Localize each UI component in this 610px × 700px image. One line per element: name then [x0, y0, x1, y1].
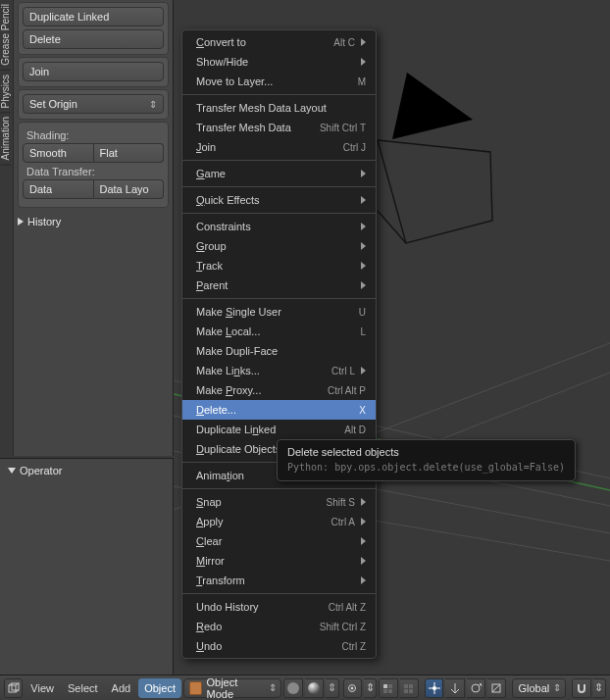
shading-wire-button[interactable]	[283, 678, 302, 698]
side-tab-strip: Grease Pencil Physics Animation	[0, 0, 14, 456]
menu-item-duplicate-linked[interactable]: Duplicate LinkedAlt D	[182, 420, 376, 439]
manipulator-rotate[interactable]	[467, 678, 485, 698]
menu-item-transform[interactable]: Transform	[182, 571, 376, 590]
menu-item-shortcut: Alt D	[344, 425, 366, 435]
snap-toggle[interactable]	[572, 678, 590, 698]
menu-item-label: Join	[196, 141, 343, 153]
menu-item-make-proxy[interactable]: Make Proxy...Ctrl Alt P	[182, 380, 376, 400]
side-tab-animation[interactable]: Animation	[0, 113, 11, 165]
menu-item-shortcut: Shift Ctrl Z	[320, 622, 366, 632]
menu-item-label: Quick Effects	[196, 194, 355, 206]
delete-button[interactable]: Delete	[23, 29, 164, 49]
menu-item-redo[interactable]: RedoShift Ctrl Z	[182, 617, 376, 636]
menu-item-constraints[interactable]: Constraints	[182, 217, 376, 236]
manipulator-translate[interactable]	[445, 678, 464, 698]
menu-item-label: Convert to	[196, 36, 333, 48]
manipulator-scale[interactable]	[487, 678, 506, 698]
menu-item-label: Undo	[196, 640, 342, 652]
tooltip: Delete selected objects Python: bpy.ops.…	[277, 439, 576, 481]
history-panel-header[interactable]: History	[18, 216, 169, 227]
svg-marker-8	[392, 73, 473, 139]
menu-item-label: Delete...	[196, 404, 359, 416]
svg-point-26	[432, 686, 436, 690]
menu-item-transfer-mesh-data-layout[interactable]: Transfer Mesh Data Layout	[182, 98, 376, 118]
scale-icon	[489, 681, 503, 695]
menu-item-transfer-mesh-data[interactable]: Transfer Mesh DataShift Ctrl T	[182, 118, 376, 137]
menu-item-parent[interactable]: Parent	[182, 275, 376, 295]
menu-item-shortcut: Alt C	[333, 37, 355, 48]
object-mode-icon	[189, 681, 203, 695]
svg-rect-21	[409, 684, 413, 688]
tooltip-python: Python: bpy.ops.object.delete(use_global…	[287, 462, 565, 473]
orientation-combo[interactable]: Global	[512, 678, 566, 698]
menu-item-label: Undo History	[196, 601, 329, 613]
submenu-arrow-icon	[361, 196, 366, 204]
menu-item-track[interactable]: Track	[182, 256, 376, 275]
shading-solid-button[interactable]	[305, 678, 324, 698]
side-tab-physics[interactable]: Physics	[0, 71, 11, 113]
menu-item-quick-effects[interactable]: Quick Effects	[182, 190, 376, 210]
shading-smooth-button[interactable]: Smooth	[23, 143, 94, 163]
menu-item-show-hide[interactable]: Show/Hide	[182, 52, 376, 72]
header-view-menu[interactable]: View	[25, 678, 60, 698]
header-select-menu[interactable]: Select	[62, 678, 104, 698]
menu-item-label: Duplicate Linked	[196, 424, 344, 435]
menu-item-undo[interactable]: UndoCtrl Z	[182, 636, 376, 656]
layer-button-2[interactable]	[400, 678, 419, 698]
menu-item-label: Snap	[196, 496, 327, 508]
menu-item-make-links[interactable]: Make Links...Ctrl L	[182, 361, 376, 380]
menu-item-label: Make Links...	[196, 365, 331, 376]
editor-type-combo[interactable]	[4, 678, 23, 698]
menu-item-snap[interactable]: SnapShift S	[182, 492, 376, 512]
snap-combo[interactable]: ⇕	[593, 678, 607, 698]
menu-item-undo-history[interactable]: Undo HistoryCtrl Alt Z	[182, 597, 376, 617]
data-transfer-data-button[interactable]: Data	[23, 179, 94, 199]
menu-item-game[interactable]: Game	[182, 164, 376, 183]
menu-item-make-dupli-face[interactable]: Make Dupli-Face	[182, 341, 376, 361]
menu-item-shortcut: Shift S	[327, 497, 355, 508]
menu-item-convert-to[interactable]: Convert toAlt C	[182, 32, 376, 52]
svg-rect-17	[388, 684, 392, 688]
menu-item-move-to-layer[interactable]: Move to Layer...M	[182, 72, 376, 91]
menu-item-make-single-user[interactable]: Make Single UserU	[182, 302, 376, 322]
side-tab-grease-pencil[interactable]: Grease Pencil	[0, 0, 11, 71]
shading-flat-button[interactable]: Flat	[94, 143, 165, 163]
menu-item-delete[interactable]: Delete...X	[182, 400, 376, 420]
menu-item-shortcut: Ctrl L	[331, 366, 355, 376]
menu-item-group[interactable]: Group	[182, 236, 376, 256]
menu-item-apply[interactable]: ApplyCtrl A	[182, 512, 376, 531]
menu-item-mirror[interactable]: Mirror	[182, 551, 376, 571]
mode-combo[interactable]: Object Mode	[183, 678, 281, 698]
header-object-menu[interactable]: Object	[138, 678, 181, 698]
menu-item-shortcut: U	[359, 307, 366, 318]
magnet-icon	[575, 681, 588, 695]
menu-item-make-local[interactable]: Make Local...L	[182, 322, 376, 341]
menu-item-join[interactable]: JoinCtrl J	[182, 137, 376, 157]
menu-item-shortcut: Ctrl A	[331, 517, 355, 527]
menu-separator	[182, 94, 376, 95]
menu-item-shortcut: Ctrl Alt P	[328, 385, 366, 396]
data-transfer-layout-button[interactable]: Data Layo	[94, 179, 165, 199]
pivot-menu-button[interactable]: ⇕	[364, 678, 378, 698]
submenu-arrow-icon	[361, 170, 366, 177]
tool-panel: Duplicate Linked Delete Join Set Origin …	[14, 0, 174, 456]
shading-menu-button[interactable]: ⇕	[326, 678, 339, 698]
header-add-menu[interactable]: Add	[106, 678, 137, 698]
svg-rect-23	[409, 689, 413, 693]
layer-button-1[interactable]	[379, 678, 397, 698]
manipulator-toggle[interactable]	[425, 678, 443, 698]
operator-panel: Operator	[0, 458, 174, 675]
operator-panel-header[interactable]: Operator	[8, 465, 165, 476]
menu-item-clear[interactable]: Clear	[182, 531, 376, 551]
set-origin-combo[interactable]: Set Origin	[23, 94, 164, 114]
submenu-arrow-icon	[361, 498, 366, 506]
duplicate-linked-button[interactable]: Duplicate Linked	[23, 7, 164, 26]
layers-icon	[402, 681, 416, 695]
menu-item-label: Game	[196, 168, 355, 179]
svg-rect-20	[404, 684, 408, 688]
pivot-combo[interactable]	[343, 678, 362, 698]
menu-item-label: Parent	[196, 279, 355, 291]
join-button[interactable]: Join	[23, 62, 164, 81]
menu-separator	[182, 298, 376, 299]
menu-item-label: Mirror	[196, 555, 355, 567]
